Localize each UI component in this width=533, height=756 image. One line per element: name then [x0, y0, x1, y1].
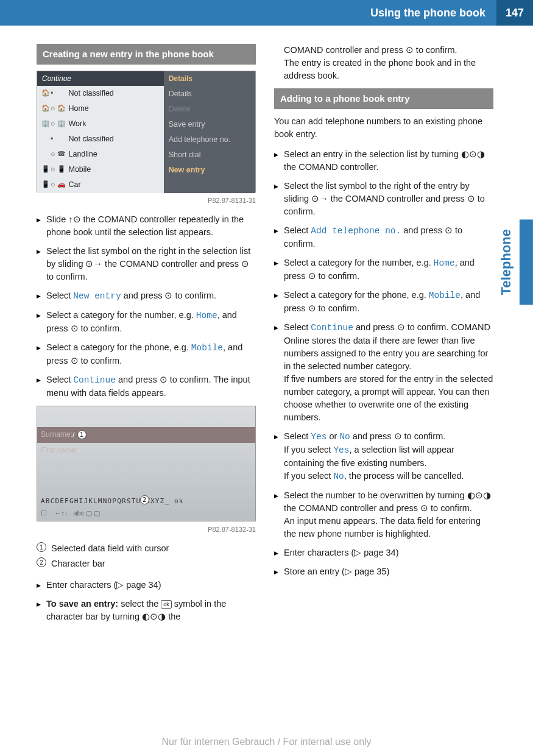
instruction-step: Enter characters (▷ page 34): [274, 546, 493, 559]
ss1-top-details: Details: [164, 71, 255, 86]
steps-create-entry: Slide ↑⊙ the COMAND controller repeatedl…: [37, 213, 256, 400]
continuation-text: COMAND controller and press ⊙ to confirm…: [284, 44, 493, 82]
ss1-right-menu: DetailsDeleteSave entryAdd telephone no.…: [164, 86, 255, 193]
header-bar: Using the phone book 147: [0, 0, 533, 26]
callout-1-icon: 1: [77, 430, 86, 439]
menu-item: Save entry: [164, 116, 255, 132]
footer-watermark: Nur für internen Gebrauch / For internal…: [0, 735, 533, 749]
figure-id-1: P82.87-8131-31: [37, 196, 256, 206]
instruction-step: Select New entry and press ⊙ to confirm.: [37, 289, 256, 303]
ss2-surname-row: Surname: / 1: [37, 427, 255, 443]
ss1-left-list: 🏠• Not classified🏠○🏠 Home🏢○🏢 Work• Not c…: [37, 86, 164, 193]
menu-item: Delete: [164, 101, 255, 116]
section-tab-telephone: Telephone: [493, 219, 533, 305]
right-column: COMAND controller and press ⊙ to confirm…: [274, 44, 493, 629]
instruction-step: Select Add telephone no. and press ⊙ to …: [274, 224, 493, 250]
steps-add-entry: Select an entry in the selection list by…: [274, 148, 493, 578]
instruction-step: Select a category for the phone, e.g. Mo…: [274, 289, 493, 315]
instruction-step: Select Continue and press ⊙ to confirm. …: [274, 321, 493, 424]
list-item: 📱○🚗 Car: [37, 177, 164, 193]
instruction-step: Store an entry (▷ page 35): [274, 565, 493, 578]
intro-add: You can add telephone numbers to an exis…: [274, 115, 493, 141]
header-title: Using the phone book: [0, 0, 496, 26]
menu-item: New entry: [164, 162, 255, 177]
instruction-step: Select Yes or No and press ⊙ to confirm.…: [274, 430, 493, 483]
legend-item: 1Selected data field with cursor: [37, 542, 256, 555]
page-body: Creating a new entry in the phone book C…: [0, 44, 533, 629]
left-column: Creating a new entry in the phone book C…: [37, 44, 256, 629]
instruction-step: Enter characters (▷ page 34): [37, 579, 256, 592]
figure-id-2: P82.87-8132-31: [37, 525, 256, 535]
instruction-step: Select the list symbol on the right in t…: [37, 245, 256, 283]
instruction-step: Select the list symbol to the right of t…: [274, 180, 493, 218]
menu-item: Add telephone no.: [164, 132, 255, 147]
legend-item: 2Character bar: [37, 557, 256, 570]
instruction-step: Select the number to be overwritten by t…: [274, 489, 493, 540]
list-item: 🏢○🏢 Work: [37, 116, 164, 132]
list-item: 🏠○🏠 Home: [37, 101, 164, 116]
ss2-firstname-row: First name:: [37, 443, 255, 459]
instruction-step: Slide ↑⊙ the COMAND controller repeatedl…: [37, 213, 256, 239]
instruction-step: Select Continue and press ⊙ to confirm. …: [37, 373, 256, 400]
ss2-character-bar: ABCDEFGHIJKLMNOPQRSTUVWXYZ_ ok 2: [41, 496, 252, 506]
steps-save-entry: Enter characters (▷ page 34)To save an e…: [37, 579, 256, 623]
ss1-top-continue: Continue: [37, 71, 164, 86]
list-item: • Not classified: [37, 132, 164, 147]
instruction-step: Select a category for the phone, e.g. Mo…: [37, 341, 256, 367]
section-heading-add: Adding to a phone book entry: [274, 88, 493, 109]
screenshot-input-menu: Surname: / 1 First name: ABCDEFGHIJKLMNO…: [37, 406, 256, 521]
instruction-step: Select an entry in the selection list by…: [274, 148, 493, 174]
ss2-bottom-bar: ☐ ←↑↓ abc ▢ ▢: [41, 509, 252, 518]
page-number: 147: [496, 0, 533, 26]
figure-legend: 1Selected data field with cursor2Charact…: [37, 542, 256, 570]
screenshot-phonebook-menu: Continue Details 🏠• Not classified🏠○🏠 Ho…: [37, 71, 256, 193]
list-item: 🏠• Not classified: [37, 86, 164, 101]
list-item: 📱○📱 Mobile: [37, 162, 164, 177]
menu-item: Short dial: [164, 147, 255, 162]
instruction-step: Select a category for the number, e.g. H…: [274, 256, 493, 283]
menu-item: Details: [164, 86, 255, 101]
instruction-step: Select a category for the number, e.g. H…: [37, 309, 256, 335]
list-item: ○☎ Landline: [37, 147, 164, 162]
section-heading-create: Creating a new entry in the phone book: [37, 44, 256, 65]
instruction-step: To save an entry: select the ok symbol i…: [37, 598, 256, 623]
